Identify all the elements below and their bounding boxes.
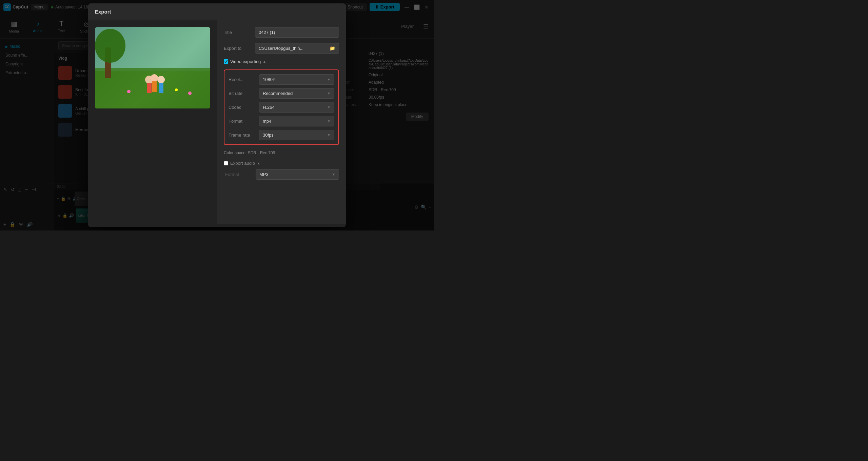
video-section-header: Video exporting ▲: [224, 59, 339, 64]
modal-footer: 🎬 Duration: 13s | Size: 19 MB (estimated…: [88, 224, 346, 227]
title-input[interactable]: [255, 27, 339, 38]
video-chevron-icon: ▲: [263, 60, 266, 63]
audio-section: Export audio ▲ Format MP3 ▼: [224, 161, 339, 180]
resolution-label: Resol...: [229, 77, 259, 82]
audio-section-header: Export audio ▲: [224, 161, 339, 166]
export-path-input[interactable]: [255, 43, 326, 54]
codec-label: Codec: [229, 105, 259, 110]
audio-format-label: Format: [225, 172, 256, 177]
format-value: mp4: [263, 119, 271, 124]
export-to-label: Export to: [224, 46, 251, 51]
resolution-select[interactable]: 1080P ▼: [259, 74, 334, 85]
title-field-row: Title: [224, 27, 339, 38]
format-label: Format: [229, 119, 259, 124]
svg-rect-5: [147, 83, 152, 93]
bitrate-arrow-icon: ▼: [327, 92, 331, 95]
modal-preview-area: ✎ Edit cover: [88, 20, 217, 224]
video-export-checkbox[interactable]: [224, 59, 228, 64]
resolution-row: Resol... 1080P ▼: [229, 74, 334, 85]
format-select[interactable]: mp4 ▼: [259, 116, 334, 126]
audio-format-select[interactable]: MP3 ▼: [256, 169, 339, 180]
codec-arrow-icon: ▼: [327, 105, 331, 109]
export-to-field-row: Export to 📁: [224, 43, 339, 54]
svg-rect-9: [152, 81, 157, 92]
audio-format-value: MP3: [259, 172, 269, 177]
bitrate-label: Bit rate: [229, 91, 259, 96]
audio-section-label: Export audio: [230, 161, 255, 166]
format-row: Format mp4 ▼: [229, 116, 334, 126]
video-preview: ✎ Edit cover: [95, 27, 210, 108]
modal-title: Export: [95, 9, 111, 15]
codec-value: H.264: [263, 105, 275, 110]
framerate-value: 30fps: [263, 133, 274, 138]
color-space-info: Color space: SDR - Rec.709: [224, 151, 339, 155]
video-settings-box: Resol... 1080P ▼ Bit rate: [224, 69, 339, 145]
folder-button[interactable]: 📁: [326, 43, 339, 54]
svg-point-10: [127, 90, 131, 93]
codec-row: Codec H.264 ▼: [229, 102, 334, 113]
modal-overlay: Export ✎ Edit cover: [0, 0, 434, 230]
resolution-value: 1080P: [263, 77, 276, 82]
export-modal: Export ✎ Edit cover: [88, 3, 346, 227]
modal-body: ✎ Edit cover: [88, 20, 346, 224]
svg-point-8: [151, 74, 158, 82]
resolution-arrow-icon: ▼: [327, 78, 331, 81]
framerate-row: Frame rate 30fps ▼: [229, 130, 334, 140]
framerate-label: Frame rate: [229, 133, 259, 138]
svg-point-12: [188, 92, 192, 95]
svg-rect-7: [159, 83, 163, 93]
bitrate-value: Recommended: [263, 91, 293, 96]
svg-point-3: [95, 29, 125, 63]
audio-format-arrow-icon: ▼: [332, 173, 335, 176]
bitrate-select[interactable]: Recommended ▼: [259, 88, 334, 99]
svg-point-11: [175, 88, 178, 91]
export-path-container: 📁: [255, 43, 339, 54]
framerate-select[interactable]: 30fps ▼: [259, 130, 334, 140]
bitrate-row: Bit rate Recommended ▼: [229, 88, 334, 99]
format-arrow-icon: ▼: [327, 119, 331, 123]
video-scene: [95, 27, 210, 108]
svg-point-6: [157, 76, 165, 83]
audio-format-row: Format MP3 ▼: [224, 169, 339, 180]
codec-select[interactable]: H.264 ▼: [259, 102, 334, 113]
audio-export-checkbox[interactable]: [224, 161, 228, 165]
audio-chevron-icon: ▲: [257, 161, 260, 165]
framerate-arrow-icon: ▼: [327, 133, 331, 137]
modal-settings: Title Export to 📁 Video exporting ▲: [217, 20, 346, 224]
modal-header: Export: [88, 3, 346, 20]
title-field-label: Title: [224, 30, 251, 35]
video-section-label: Video exporting: [230, 59, 261, 64]
